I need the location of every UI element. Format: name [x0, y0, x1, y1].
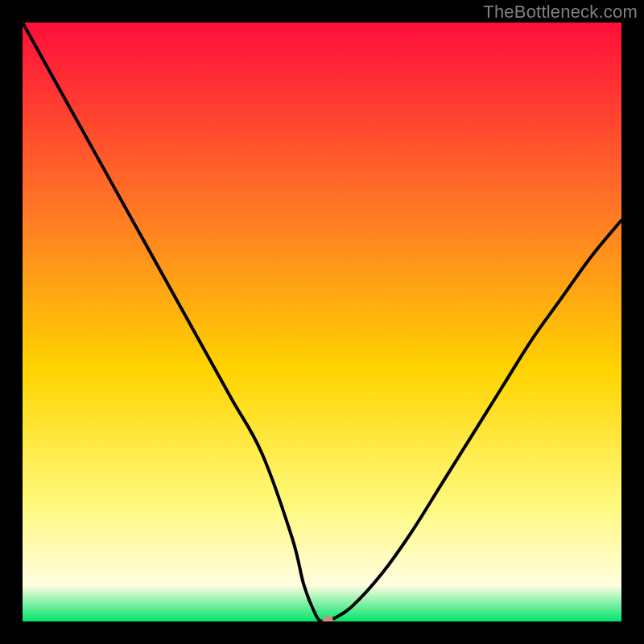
plot-area [23, 23, 621, 621]
chart-frame: TheBottleneck.com [0, 0, 644, 644]
watermark-text: TheBottleneck.com [483, 2, 638, 23]
chart-svg [23, 23, 621, 621]
gradient-background [23, 23, 621, 621]
